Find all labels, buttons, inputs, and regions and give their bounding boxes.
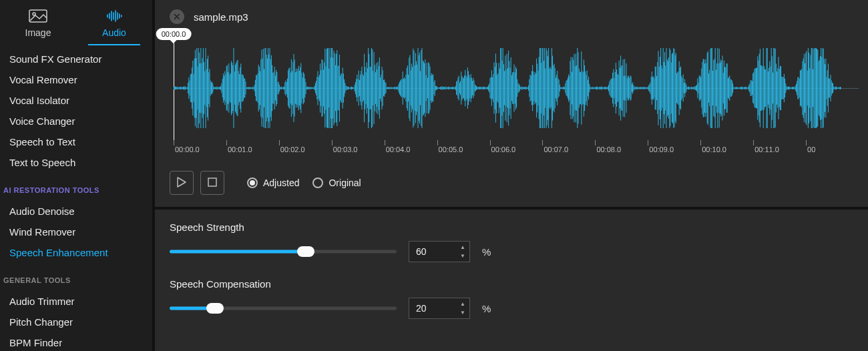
speech-strength-label: Speech Strength (170, 222, 853, 233)
main-panel: ✕ sample.mp3 00:00.0 00:00.000:01.000:02… (155, 0, 868, 351)
media-tabs: Image (0, 0, 152, 45)
image-icon (0, 9, 76, 25)
radio-adjusted[interactable]: Adjusted (247, 178, 299, 188)
nav-audio-trimmer[interactable]: Audio Trimmer (0, 291, 152, 312)
playback-controls: Adjusted Original (155, 159, 868, 210)
close-file-button[interactable]: ✕ (170, 9, 184, 24)
time-tick: 00:01.0 (226, 144, 279, 159)
time-tick: 00:09.0 (648, 144, 700, 159)
close-icon: ✕ (173, 11, 181, 22)
speech-compensation-slider[interactable] (170, 302, 397, 315)
time-tick: 00 (806, 144, 859, 159)
waveform (174, 48, 841, 128)
spin-down-icon[interactable]: ▼ (458, 308, 467, 317)
tab-image-label: Image (25, 27, 51, 38)
tab-image[interactable]: Image (0, 5, 76, 45)
radio-icon (247, 178, 258, 188)
audio-icon (76, 9, 152, 25)
nav-text-to-speech[interactable]: Text to Speech (0, 152, 152, 173)
play-button[interactable] (170, 171, 194, 195)
nav-audio-denoise[interactable]: Audio Denoise (0, 201, 152, 222)
time-tick: 00:02.0 (279, 144, 332, 159)
playhead-time-badge: 00:00.0 (156, 28, 192, 40)
speech-strength-slider[interactable] (170, 245, 397, 258)
time-tick: 00:10.0 (700, 144, 753, 159)
nav-ai: Audio Denoise Wind Remover Speech Enhanc… (0, 197, 152, 267)
radio-adjusted-label: Adjusted (263, 178, 299, 188)
play-icon (177, 177, 186, 190)
param-speech-compensation: Speech Compensation ▲ ▼ % (170, 278, 853, 319)
time-tick: 00:11.0 (753, 144, 806, 159)
nav-general: Audio Trimmer Pitch Changer BPM Finder N… (0, 287, 152, 351)
file-name: sample.mp3 (194, 11, 248, 23)
nav-wind-remover[interactable]: Wind Remover (0, 222, 152, 242)
radio-icon (312, 178, 323, 188)
view-mode-group: Adjusted Original (247, 178, 361, 188)
sidebar: Image (0, 0, 155, 351)
speech-compensation-label: Speech Compensation (170, 278, 853, 290)
stop-icon (208, 178, 217, 189)
tab-audio-label: Audio (102, 27, 126, 38)
speech-compensation-unit: % (482, 303, 491, 314)
section-ai-restoration: AI RESTORATION TOOLS (0, 177, 152, 197)
time-tick: 00:03.0 (332, 144, 385, 159)
section-general-tools: GENERAL TOOLS (0, 267, 152, 287)
spin-down-icon[interactable]: ▼ (458, 252, 467, 260)
nav-speech-to-text[interactable]: Speech to Text (0, 131, 152, 152)
waveform-area[interactable]: 00:00.0 00:00.000:01.000:02.000:03.000:0… (164, 32, 859, 159)
svg-point-1 (33, 13, 35, 15)
time-tick: 00:07.0 (542, 144, 595, 159)
file-row: ✕ sample.mp3 (155, 0, 868, 27)
nav-speech-enhancement[interactable]: Speech Enhancement (0, 242, 152, 263)
time-tick: 00:00.0 (174, 144, 226, 159)
spin-up-icon[interactable]: ▲ (458, 300, 467, 308)
parameters: Speech Strength ▲ ▼ % (155, 210, 868, 347)
nav-vocal-isolator[interactable]: Vocal Isolator (0, 90, 152, 111)
nav-sound-fx-generator[interactable]: Sound FX Generator (0, 49, 152, 69)
nav-vocal-remover[interactable]: Vocal Remover (0, 69, 152, 90)
nav-top: Sound FX Generator Vocal Remover Vocal I… (0, 45, 152, 177)
time-tick: 00:08.0 (595, 144, 648, 159)
radio-original-label: Original (329, 178, 361, 188)
nav-voice-changer[interactable]: Voice Changer (0, 111, 152, 131)
stop-button[interactable] (200, 171, 224, 195)
time-tick: 00:04.0 (385, 144, 437, 159)
nav-bpm-finder[interactable]: BPM Finder (0, 332, 152, 351)
time-tick: 00:05.0 (437, 144, 490, 159)
spin-up-icon[interactable]: ▲ (458, 243, 467, 252)
speech-strength-unit: % (482, 246, 491, 258)
tab-audio[interactable]: Audio (76, 5, 152, 45)
nav-pitch-changer[interactable]: Pitch Changer (0, 312, 152, 332)
radio-original[interactable]: Original (312, 178, 361, 188)
svg-rect-844 (208, 178, 216, 186)
time-tick: 00:06.0 (490, 144, 543, 159)
time-ruler: 00:00.000:01.000:02.000:03.000:04.000:05… (174, 144, 859, 159)
param-speech-strength: Speech Strength ▲ ▼ % (170, 222, 853, 262)
